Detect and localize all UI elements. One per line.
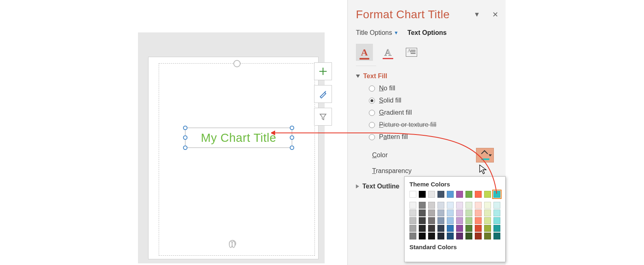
color-swatch[interactable] xyxy=(437,233,444,239)
color-swatch[interactable] xyxy=(493,202,500,209)
pane-menu-icon[interactable]: ▼ xyxy=(474,11,480,18)
color-swatch[interactable] xyxy=(428,233,435,239)
color-swatch[interactable] xyxy=(493,225,500,232)
color-swatch[interactable] xyxy=(409,217,416,224)
pane-close-icon[interactable]: ✕ xyxy=(492,10,498,19)
placeholder-handle-top[interactable] xyxy=(233,60,241,67)
textbox-category-icon[interactable] xyxy=(403,44,420,61)
color-swatch[interactable] xyxy=(484,209,491,216)
dropdown-icon xyxy=(489,154,492,156)
mouse-cursor-icon xyxy=(479,164,488,175)
color-swatch[interactable] xyxy=(428,209,435,216)
theme-colors-header: Theme Colors xyxy=(409,181,500,188)
fill-radio-group: No fill Solid fill Gradient fill Picture… xyxy=(369,85,498,141)
color-swatch[interactable] xyxy=(484,202,491,209)
color-swatch[interactable] xyxy=(447,217,454,224)
color-swatch[interactable] xyxy=(447,233,454,239)
color-swatch[interactable] xyxy=(456,202,463,209)
color-swatch[interactable] xyxy=(475,209,482,216)
divider xyxy=(356,66,376,66)
pane-title: Format Chart Title xyxy=(356,8,450,21)
color-swatch[interactable] xyxy=(447,202,454,209)
color-swatch[interactable] xyxy=(447,225,454,232)
color-swatch[interactable] xyxy=(484,217,491,224)
color-swatch[interactable] xyxy=(428,217,435,224)
color-swatch[interactable] xyxy=(428,225,435,232)
color-swatch[interactable] xyxy=(484,191,491,198)
radio-solid-fill[interactable]: Solid fill xyxy=(369,97,498,104)
text-effects-category-icon[interactable]: A xyxy=(379,44,396,61)
chart-elements-button[interactable] xyxy=(314,62,332,80)
radio-pattern-fill[interactable]: Pattern fill xyxy=(369,133,498,141)
color-swatch[interactable] xyxy=(465,191,472,198)
text-fill-toggle[interactable]: Text Fill xyxy=(356,73,498,80)
chart-filters-button[interactable] xyxy=(314,108,332,126)
color-swatch[interactable] xyxy=(447,191,454,198)
chart-title-box[interactable]: My Chart Title xyxy=(185,128,292,148)
color-swatch[interactable] xyxy=(465,209,472,216)
color-picker-button[interactable] xyxy=(476,148,494,162)
color-swatch[interactable] xyxy=(419,209,426,216)
color-swatch[interactable] xyxy=(493,209,500,216)
color-swatch[interactable] xyxy=(419,191,426,198)
color-swatch[interactable] xyxy=(437,217,444,224)
color-swatch[interactable] xyxy=(493,191,500,198)
color-swatch[interactable] xyxy=(465,233,472,239)
color-swatch[interactable] xyxy=(419,202,426,209)
radio-no-fill[interactable]: No fill xyxy=(369,85,498,92)
chart-styles-button[interactable] xyxy=(314,85,332,103)
handle-bottom-left[interactable] xyxy=(183,145,187,150)
color-swatch[interactable] xyxy=(484,225,491,232)
handle-top-right[interactable] xyxy=(290,126,294,130)
chart-title-text[interactable]: My Chart Title xyxy=(201,131,276,145)
text-outline-section-label: Text Outline xyxy=(362,183,399,190)
theme-color-shades-grid xyxy=(409,202,500,239)
color-swatch[interactable] xyxy=(437,191,444,198)
color-swatch[interactable] xyxy=(419,233,426,239)
placeholder-handle-bottom[interactable] xyxy=(229,240,236,247)
color-swatch[interactable] xyxy=(456,209,463,216)
color-swatch[interactable] xyxy=(428,202,435,209)
color-swatch[interactable] xyxy=(428,191,435,198)
color-swatch[interactable] xyxy=(409,202,416,209)
color-swatch[interactable] xyxy=(456,233,463,239)
color-swatch[interactable] xyxy=(409,191,416,198)
color-swatch[interactable] xyxy=(465,225,472,232)
color-swatch[interactable] xyxy=(475,225,482,232)
handle-top-left[interactable] xyxy=(183,126,187,130)
color-swatch[interactable] xyxy=(493,217,500,224)
text-fill-outline-category-icon[interactable]: A xyxy=(356,44,373,61)
chart-placeholder[interactable]: My Chart Title xyxy=(159,63,315,256)
color-swatch[interactable] xyxy=(419,217,426,224)
color-swatch[interactable] xyxy=(475,191,482,198)
pane-option-tabs: Title Options ▼ Text Options xyxy=(356,29,498,36)
color-swatch[interactable] xyxy=(465,202,472,209)
color-swatch[interactable] xyxy=(447,209,454,216)
handle-middle-right[interactable] xyxy=(290,135,294,140)
color-swatch[interactable] xyxy=(456,191,463,198)
color-swatch[interactable] xyxy=(409,209,416,216)
color-swatch[interactable] xyxy=(456,217,463,224)
color-swatch[interactable] xyxy=(437,209,444,216)
color-swatch[interactable] xyxy=(437,225,444,232)
tab-title-options[interactable]: Title Options ▼ xyxy=(356,29,398,36)
handle-bottom-right[interactable] xyxy=(290,145,294,150)
color-label: Color xyxy=(372,152,388,159)
color-swatch[interactable] xyxy=(437,202,444,209)
radio-picture-fill[interactable]: Picture or texture fill xyxy=(369,121,498,128)
color-swatch[interactable] xyxy=(409,225,416,232)
collapse-icon xyxy=(356,75,360,78)
color-swatch[interactable] xyxy=(409,233,416,239)
tab-text-options[interactable]: Text Options xyxy=(407,29,447,36)
color-swatch[interactable] xyxy=(419,225,426,232)
color-swatch[interactable] xyxy=(484,233,491,239)
color-swatch[interactable] xyxy=(465,217,472,224)
color-swatch[interactable] xyxy=(493,233,500,239)
color-swatch[interactable] xyxy=(475,233,482,239)
paint-bucket-icon xyxy=(481,152,489,158)
radio-gradient-fill[interactable]: Gradient fill xyxy=(369,109,498,116)
color-swatch[interactable] xyxy=(475,217,482,224)
color-swatch[interactable] xyxy=(475,202,482,209)
color-swatch[interactable] xyxy=(456,225,463,232)
handle-middle-left[interactable] xyxy=(183,135,187,140)
